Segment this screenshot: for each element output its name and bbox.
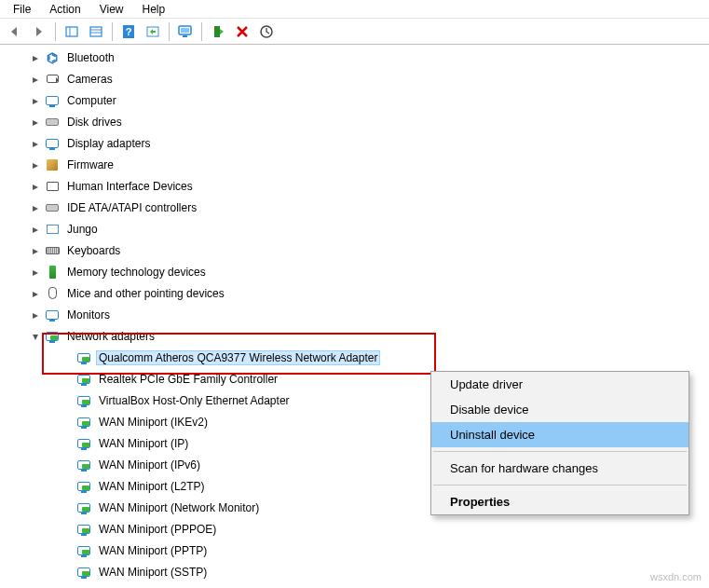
tree-label: Memory technology devices (64, 265, 209, 280)
ide-icon (44, 199, 61, 216)
tree-node-computer[interactable]: ▸Computer (17, 89, 709, 111)
netadapter-icon (44, 328, 61, 345)
tree-label: WAN Miniport (L2TP) (96, 479, 208, 494)
svg-rect-9 (181, 28, 189, 33)
camera-icon (44, 71, 61, 88)
tree-node-wan-pppoe[interactable]: WAN Miniport (PPPOE) (17, 518, 709, 540)
menu-disable-device[interactable]: Disable device (431, 397, 689, 422)
menu-update-driver[interactable]: Update driver (431, 372, 689, 397)
tree-node-firmware[interactable]: ▸Firmware (17, 154, 709, 175)
tree-label: Bluetooth (64, 50, 117, 65)
tree-label: Network adapters (64, 329, 157, 344)
menu-action[interactable]: Action (40, 1, 89, 18)
svg-rect-2 (90, 27, 102, 36)
chevron-right-icon[interactable]: ▸ (30, 95, 41, 106)
chevron-right-icon[interactable]: ▸ (30, 245, 41, 256)
netadapter-icon (75, 349, 92, 366)
chevron-right-icon[interactable]: ▸ (30, 288, 41, 299)
firmware-icon (44, 157, 61, 173)
tree-label: WAN Miniport (SSTP) (96, 565, 210, 580)
forward-button[interactable] (28, 21, 50, 43)
watermark: wsxdn.com (650, 571, 702, 582)
menubar: File Action View Help (0, 0, 709, 19)
menu-uninstall-device[interactable]: Uninstall device (431, 422, 689, 447)
tree-label: WAN Miniport (IKEv2) (96, 415, 211, 430)
chevron-right-icon[interactable]: ▸ (30, 267, 41, 278)
tree-node-wan-pptp[interactable]: WAN Miniport (PPTP) (17, 540, 709, 561)
tree-node-network-adapters[interactable]: ▾Network adapters (17, 325, 709, 347)
disk-icon (44, 114, 61, 130)
tree-label: Keyboards (64, 243, 123, 258)
netadapter-icon (75, 392, 92, 409)
showhide-button[interactable] (61, 21, 83, 43)
tree-node-bluetooth[interactable]: ▸⌬Bluetooth (17, 47, 709, 68)
separator (55, 22, 56, 41)
chevron-down-icon[interactable]: ▾ (30, 331, 41, 342)
action-button[interactable] (142, 21, 164, 43)
chevron-right-icon[interactable]: ▸ (30, 138, 41, 149)
monitor-icon (44, 307, 61, 323)
menu-separator (433, 485, 687, 485)
tree-node-cameras[interactable]: ▸Cameras (17, 68, 709, 89)
tree-node-display[interactable]: ▸Display adapters (17, 132, 709, 154)
tree-label: Disk drives (64, 115, 125, 130)
monitor-button[interactable] (174, 21, 197, 43)
properties-button[interactable] (85, 21, 107, 43)
tree-node-monitors[interactable]: ▸Monitors (17, 304, 709, 325)
monitor-icon (44, 135, 61, 152)
tree-label: Jungo (64, 222, 101, 237)
menu-file[interactable]: File (4, 1, 40, 18)
update-button[interactable] (207, 21, 229, 43)
chevron-right-icon[interactable]: ▸ (30, 116, 41, 128)
menu-properties[interactable]: Properties (431, 489, 689, 514)
menu-view[interactable]: View (90, 1, 133, 18)
back-button[interactable] (4, 21, 26, 43)
tree-node-keyboards[interactable]: ▸Keyboards (17, 239, 709, 261)
netadapter-icon (75, 435, 92, 452)
svg-rect-10 (183, 35, 187, 37)
netadapter-icon (75, 564, 92, 581)
toolbar: ? (0, 19, 709, 45)
chevron-right-icon[interactable]: ▸ (30, 74, 41, 85)
netadapter-icon (75, 457, 92, 473)
chevron-right-icon[interactable]: ▸ (30, 224, 41, 235)
tree-node-jungo[interactable]: ▸Jungo (17, 218, 709, 239)
tree-label: Realtek PCIe GbE Family Controller (96, 372, 280, 387)
tree-label: Qualcomm Atheros QCA9377 Wireless Networ… (96, 350, 380, 365)
chevron-right-icon[interactable]: ▸ (30, 309, 41, 321)
tree-node-qualcomm-atheros[interactable]: Qualcomm Atheros QCA9377 Wireless Networ… (17, 347, 709, 368)
uninstall-button[interactable] (231, 21, 253, 43)
svg-rect-0 (66, 27, 77, 36)
tree-label: IDE ATA/ATAPI controllers (64, 200, 199, 215)
mouse-icon (44, 285, 61, 302)
scan-button[interactable] (255, 21, 278, 43)
menu-scan-hardware[interactable]: Scan for hardware changes (431, 456, 689, 481)
svg-text:?: ? (126, 26, 132, 37)
tree-node-disk[interactable]: ▸Disk drives (17, 111, 709, 132)
menu-help[interactable]: Help (133, 1, 175, 18)
tree-label: Human Interface Devices (64, 179, 196, 194)
tree-node-memory[interactable]: ▸Memory technology devices (17, 261, 709, 282)
tree-label: WAN Miniport (IPv6) (96, 458, 203, 472)
tree-node-ide[interactable]: ▸IDE ATA/ATAPI controllers (17, 197, 709, 218)
tree-label: Firmware (64, 157, 116, 172)
tree-label: VirtualBox Host-Only Ethernet Adapter (96, 393, 293, 408)
tree-label: Mice and other pointing devices (64, 286, 227, 301)
context-menu: Update driver Disable device Uninstall d… (430, 371, 689, 515)
jungo-icon (44, 221, 61, 238)
chevron-right-icon[interactable]: ▸ (30, 202, 41, 213)
memory-icon (44, 264, 61, 280)
tree-label: WAN Miniport (IP) (96, 436, 191, 451)
chevron-right-icon[interactable]: ▸ (30, 52, 41, 63)
tree-label: WAN Miniport (PPTP) (96, 543, 210, 558)
chevron-right-icon[interactable]: ▸ (30, 159, 41, 171)
netadapter-icon (75, 521, 92, 538)
separator (201, 22, 202, 41)
tree-node-hid[interactable]: ▸Human Interface Devices (17, 175, 709, 197)
help-button[interactable]: ? (117, 21, 140, 43)
bluetooth-icon: ⌬ (44, 49, 61, 66)
chevron-right-icon[interactable]: ▸ (30, 181, 41, 192)
hid-icon (44, 178, 61, 195)
tree-node-mice[interactable]: ▸Mice and other pointing devices (17, 282, 709, 304)
tree-node-wan-sstp[interactable]: WAN Miniport (SSTP) (17, 561, 709, 582)
